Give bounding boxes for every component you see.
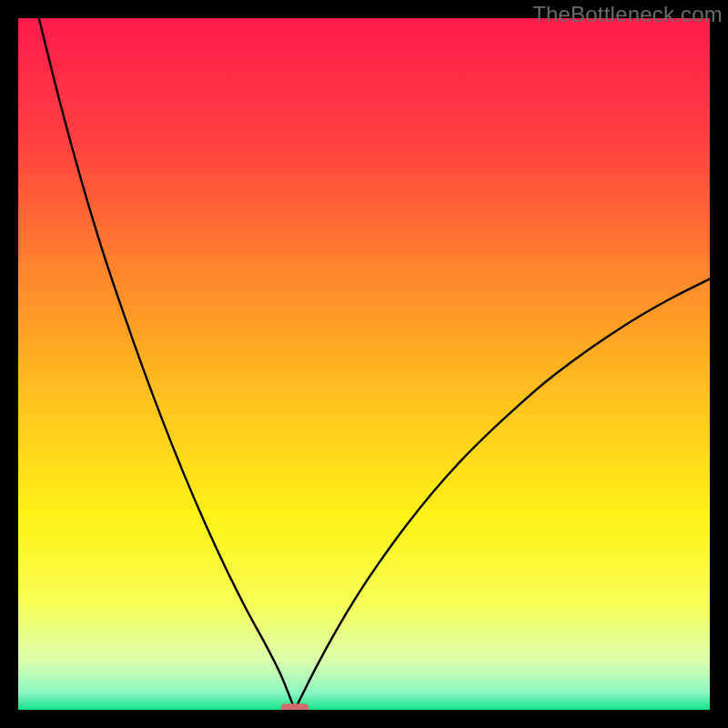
watermark-text: TheBottleneck.com (532, 2, 723, 27)
optimal-point-pill (281, 703, 308, 710)
optimal-marker (281, 703, 308, 710)
bottleneck-curve-chart (18, 18, 710, 710)
chart-frame (18, 18, 710, 710)
gradient-background (18, 18, 710, 710)
